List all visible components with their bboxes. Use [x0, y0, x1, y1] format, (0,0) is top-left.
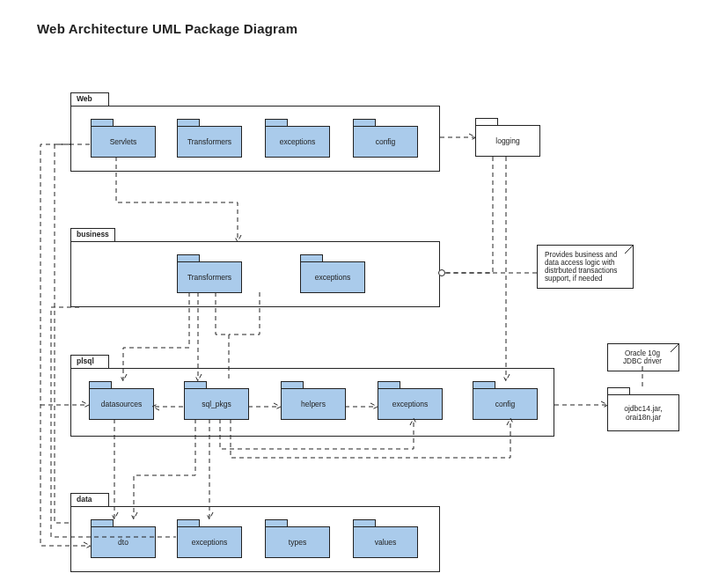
pkg-logging: logging [475, 118, 540, 157]
pkg-business-transformers-label: Transformers [187, 273, 231, 282]
pkg-web-exceptions: exceptions [265, 119, 330, 158]
pkg-business-exceptions-label: exceptions [315, 273, 351, 282]
pkg-data-exceptions: exceptions [177, 519, 242, 558]
pkg-data-values: values [353, 519, 418, 558]
pkg-web-config: config [353, 119, 418, 158]
pkg-data-values-label: values [375, 538, 397, 547]
pkg-plsql-datasources-label: datasources [101, 400, 142, 408]
page-title: Web Architecture UML Package Diagram [37, 21, 297, 36]
pkg-plsql-config: config [473, 381, 538, 420]
container-web: Web Servlets Transformers exceptions con… [70, 106, 440, 172]
pkg-data-types: types [265, 519, 330, 558]
pkg-web-config-label: config [376, 137, 396, 146]
pkg-web-servlets: Servlets [91, 119, 156, 158]
pkg-web-servlets-label: Servlets [110, 137, 137, 146]
pkg-plsql-exceptions: exceptions [378, 381, 443, 420]
pkg-driver: ojdbc14.jar, orai18n.jar [607, 387, 679, 431]
pkg-web-transformers: Transformers [177, 119, 242, 158]
note-business: Provides business and data access logic … [537, 245, 634, 289]
pkg-web-transformers-label: Transformers [187, 137, 231, 146]
container-business-tab: business [70, 228, 115, 241]
pkg-data-dto: dto [91, 519, 156, 558]
note-driver: Oracle 10g JDBC driver [607, 343, 679, 371]
pkg-web-exceptions-label: exceptions [280, 137, 316, 146]
container-data: data dto exceptions types values [70, 506, 440, 572]
pkg-plsql-exceptions-label: exceptions [392, 400, 429, 408]
container-data-tab: data [70, 493, 109, 506]
pkg-plsql-sqlpkgs: sql_pkgs [184, 381, 249, 420]
container-plsql: plsql datasources sql_pkgs helpers excep… [70, 368, 554, 437]
pkg-data-types-label: types [289, 538, 306, 547]
pkg-plsql-datasources: datasources [89, 381, 154, 420]
pkg-business-exceptions: exceptions [300, 254, 365, 293]
pkg-plsql-sqlpkgs-label: sql_pkgs [202, 400, 231, 408]
container-business: business Transformers exceptions [70, 241, 440, 307]
container-plsql-tab: plsql [70, 355, 109, 368]
pkg-driver-label: ojdbc14.jar, orai18n.jar [608, 404, 678, 422]
pkg-business-transformers: Transformers [177, 254, 242, 293]
container-web-tab: Web [70, 92, 109, 106]
pkg-data-exceptions-label: exceptions [192, 538, 228, 547]
pkg-data-dto-label: dto [118, 538, 128, 547]
pkg-plsql-helpers: helpers [281, 381, 346, 420]
pkg-plsql-config-label: config [495, 400, 516, 408]
interface-lollipop [438, 269, 445, 276]
pkg-logging-label: logging [495, 136, 519, 145]
pkg-plsql-helpers-label: helpers [301, 400, 326, 408]
